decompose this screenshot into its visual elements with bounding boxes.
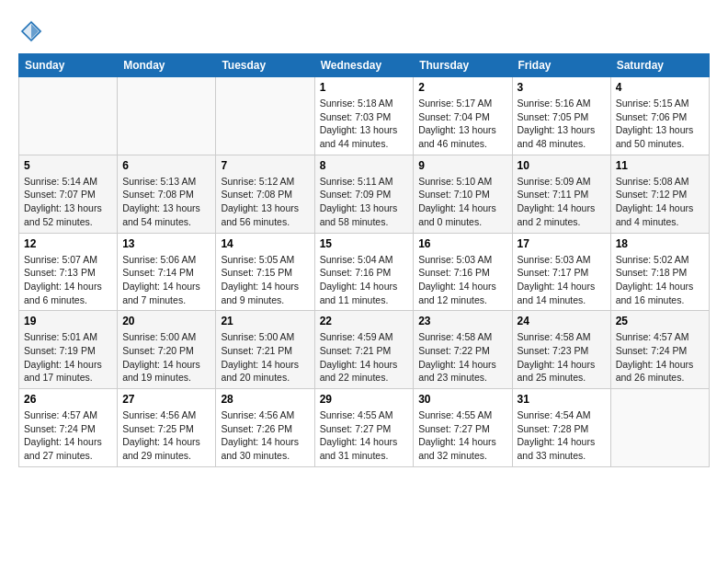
cell-info-line: Daylight: 13 hours and 46 minutes. xyxy=(418,123,506,150)
cell-info-line: Sunrise: 5:09 AM xyxy=(518,175,606,189)
calendar-cell xyxy=(19,77,118,155)
calendar-cell: 29Sunrise: 4:55 AMSunset: 7:27 PMDayligh… xyxy=(314,389,414,467)
cell-info-line: Sunrise: 4:59 AM xyxy=(320,330,409,344)
cell-info: Sunrise: 5:07 AMSunset: 7:13 PMDaylight:… xyxy=(24,253,112,307)
cell-info: Sunrise: 5:13 AMSunset: 7:08 PMDaylight:… xyxy=(122,175,210,229)
week-row-2: 5Sunrise: 5:14 AMSunset: 7:07 PMDaylight… xyxy=(19,155,710,233)
weekday-header-row: SundayMondayTuesdayWednesdayThursdayFrid… xyxy=(19,54,710,77)
calendar-cell: 18Sunrise: 5:02 AMSunset: 7:18 PMDayligh… xyxy=(610,233,709,311)
cell-info: Sunrise: 5:00 AMSunset: 7:21 PMDaylight:… xyxy=(221,330,309,385)
cell-info-line: Sunrise: 5:14 AM xyxy=(24,175,112,189)
cell-info: Sunrise: 5:17 AMSunset: 7:04 PMDaylight:… xyxy=(418,97,506,151)
calendar-cell: 22Sunrise: 4:59 AMSunset: 7:21 PMDayligh… xyxy=(314,311,414,389)
cell-info: Sunrise: 5:10 AMSunset: 7:10 PMDaylight:… xyxy=(418,175,506,229)
calendar-cell: 14Sunrise: 5:05 AMSunset: 7:15 PMDayligh… xyxy=(216,233,314,311)
cell-info: Sunrise: 4:58 AMSunset: 7:22 PMDaylight:… xyxy=(418,330,506,385)
cell-info-line: Sunset: 7:27 PM xyxy=(320,422,409,436)
cell-info-line: Daylight: 14 hours and 4 minutes. xyxy=(616,201,704,228)
calendar-cell: 5Sunrise: 5:14 AMSunset: 7:07 PMDaylight… xyxy=(19,155,118,233)
calendar-cell xyxy=(610,389,709,467)
weekday-header-tuesday: Tuesday xyxy=(216,54,314,77)
calendar-cell: 20Sunrise: 5:00 AMSunset: 7:20 PMDayligh… xyxy=(118,311,216,389)
calendar-cell: 17Sunrise: 5:03 AMSunset: 7:17 PMDayligh… xyxy=(512,233,610,311)
calendar-cell: 21Sunrise: 5:00 AMSunset: 7:21 PMDayligh… xyxy=(216,311,314,389)
cell-info-line: Daylight: 14 hours and 20 minutes. xyxy=(221,358,309,385)
day-number: 10 xyxy=(518,159,606,172)
cell-info-line: Sunrise: 5:05 AM xyxy=(221,253,309,267)
cell-info-line: Sunset: 7:28 PM xyxy=(518,422,606,436)
calendar-table: SundayMondayTuesdayWednesdayThursdayFrid… xyxy=(18,53,710,467)
cell-info-line: Sunset: 7:08 PM xyxy=(122,188,210,201)
cell-info: Sunrise: 5:09 AMSunset: 7:11 PMDaylight:… xyxy=(518,175,606,229)
calendar-cell: 4Sunrise: 5:15 AMSunset: 7:06 PMDaylight… xyxy=(610,77,709,155)
day-number: 22 xyxy=(320,315,409,327)
cell-info-line: Sunrise: 4:58 AM xyxy=(418,330,506,344)
week-row-4: 19Sunrise: 5:01 AMSunset: 7:19 PMDayligh… xyxy=(19,311,710,389)
day-number: 26 xyxy=(24,393,112,406)
calendar-cell: 25Sunrise: 4:57 AMSunset: 7:24 PMDayligh… xyxy=(610,311,709,389)
cell-info-line: Sunset: 7:22 PM xyxy=(418,344,506,358)
day-number: 21 xyxy=(221,315,309,327)
cell-info-line: Daylight: 13 hours and 50 minutes. xyxy=(616,123,704,150)
cell-info-line: Daylight: 13 hours and 44 minutes. xyxy=(320,123,409,150)
page-header xyxy=(18,18,710,44)
day-number: 29 xyxy=(320,393,409,406)
cell-info-line: Sunset: 7:11 PM xyxy=(518,188,606,201)
cell-info-line: Sunrise: 4:55 AM xyxy=(320,408,409,422)
cell-info-line: Sunset: 7:25 PM xyxy=(122,422,210,436)
day-number: 9 xyxy=(418,159,506,172)
cell-info-line: Sunset: 7:14 PM xyxy=(122,266,210,280)
cell-info: Sunrise: 5:03 AMSunset: 7:16 PMDaylight:… xyxy=(418,253,506,307)
day-number: 3 xyxy=(518,81,606,94)
day-number: 28 xyxy=(221,393,309,406)
cell-info-line: Daylight: 13 hours and 48 minutes. xyxy=(518,123,606,150)
cell-info-line: Sunset: 7:03 PM xyxy=(320,110,409,124)
cell-info-line: Sunrise: 4:54 AM xyxy=(518,408,606,422)
cell-info-line: Sunset: 7:13 PM xyxy=(24,266,112,280)
calendar-cell: 16Sunrise: 5:03 AMSunset: 7:16 PMDayligh… xyxy=(414,233,512,311)
cell-info-line: Daylight: 13 hours and 58 minutes. xyxy=(320,201,409,228)
cell-info-line: Sunset: 7:18 PM xyxy=(616,266,704,280)
calendar-cell: 10Sunrise: 5:09 AMSunset: 7:11 PMDayligh… xyxy=(512,155,610,233)
day-number: 24 xyxy=(518,315,606,327)
cell-info-line: Daylight: 14 hours and 17 minutes. xyxy=(24,358,112,385)
cell-info-line: Sunrise: 5:12 AM xyxy=(221,175,309,189)
day-number: 4 xyxy=(616,81,704,94)
calendar-cell: 19Sunrise: 5:01 AMSunset: 7:19 PMDayligh… xyxy=(19,311,118,389)
cell-info-line: Sunset: 7:19 PM xyxy=(24,344,112,358)
cell-info-line: Sunset: 7:10 PM xyxy=(418,188,506,201)
cell-info-line: Sunset: 7:08 PM xyxy=(221,188,309,201)
calendar-cell: 31Sunrise: 4:54 AMSunset: 7:28 PMDayligh… xyxy=(512,389,610,467)
cell-info-line: Sunset: 7:04 PM xyxy=(418,110,506,124)
day-number: 27 xyxy=(122,393,210,406)
cell-info-line: Sunset: 7:21 PM xyxy=(221,344,309,358)
cell-info: Sunrise: 5:03 AMSunset: 7:17 PMDaylight:… xyxy=(518,253,606,307)
day-number: 16 xyxy=(418,237,506,250)
cell-info-line: Daylight: 14 hours and 2 minutes. xyxy=(518,201,606,228)
cell-info: Sunrise: 4:55 AMSunset: 7:27 PMDaylight:… xyxy=(418,408,506,463)
day-number: 14 xyxy=(221,237,309,250)
cell-info-line: Sunset: 7:21 PM xyxy=(320,344,409,358)
calendar-cell: 11Sunrise: 5:08 AMSunset: 7:12 PMDayligh… xyxy=(610,155,709,233)
calendar-cell: 3Sunrise: 5:16 AMSunset: 7:05 PMDaylight… xyxy=(512,77,610,155)
cell-info-line: Sunset: 7:09 PM xyxy=(320,188,409,201)
cell-info-line: Sunrise: 5:15 AM xyxy=(616,97,704,110)
day-number: 11 xyxy=(616,159,704,172)
cell-info-line: Sunrise: 5:07 AM xyxy=(24,253,112,267)
cell-info-line: Daylight: 14 hours and 14 minutes. xyxy=(518,280,606,306)
cell-info-line: Sunrise: 4:56 AM xyxy=(122,408,210,422)
cell-info: Sunrise: 5:06 AMSunset: 7:14 PMDaylight:… xyxy=(122,253,210,307)
cell-info-line: Sunrise: 5:18 AM xyxy=(320,97,409,110)
cell-info-line: Sunset: 7:06 PM xyxy=(616,110,704,124)
calendar-cell: 23Sunrise: 4:58 AMSunset: 7:22 PMDayligh… xyxy=(414,311,512,389)
cell-info: Sunrise: 4:57 AMSunset: 7:24 PMDaylight:… xyxy=(616,330,704,385)
calendar-cell: 12Sunrise: 5:07 AMSunset: 7:13 PMDayligh… xyxy=(19,233,118,311)
cell-info-line: Daylight: 14 hours and 25 minutes. xyxy=(518,358,606,385)
cell-info-line: Sunset: 7:27 PM xyxy=(418,422,506,436)
day-number: 25 xyxy=(616,315,704,327)
day-number: 8 xyxy=(320,159,409,172)
cell-info-line: Sunrise: 5:01 AM xyxy=(24,330,112,344)
cell-info: Sunrise: 4:58 AMSunset: 7:23 PMDaylight:… xyxy=(518,330,606,385)
calendar-cell xyxy=(216,77,314,155)
weekday-header-wednesday: Wednesday xyxy=(314,54,414,77)
